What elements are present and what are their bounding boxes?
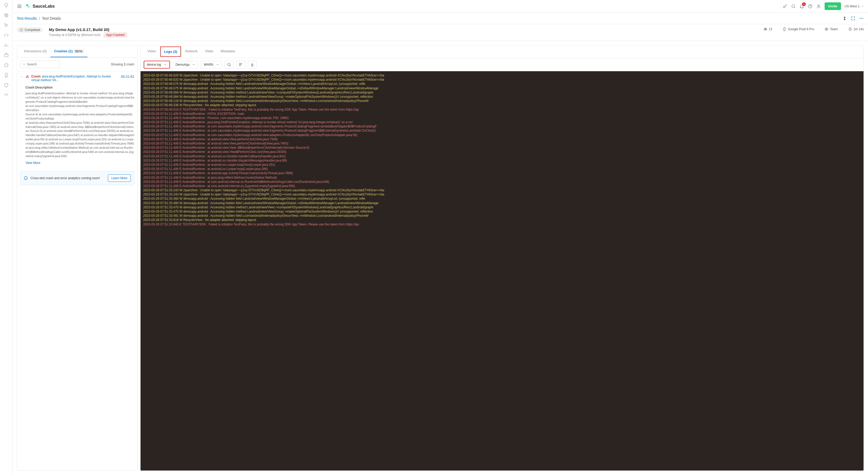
- app-crashed-tag: App Crashed: [103, 32, 127, 38]
- log-output[interactable]: 2023-03-28 07:50:48.820 W ziparchive : U…: [141, 71, 864, 471]
- key-icon[interactable]: [783, 4, 787, 9]
- svg-point-5: [6, 76, 6, 77]
- crash-title[interactable]: Crash: java.lang.NullPointerException: A…: [31, 74, 119, 82]
- app-meta: Tuesday at 4:50PM by @kristof.muhi App C…: [49, 32, 127, 38]
- sidebar-copy-icon[interactable]: [4, 12, 9, 18]
- log-download-button[interactable]: [248, 61, 257, 69]
- brand-name: SauceLabs: [33, 4, 55, 9]
- search-icon[interactable]: [791, 4, 796, 9]
- tab-metadata[interactable]: Metadata: [217, 45, 239, 58]
- fullscreen-icon[interactable]: [851, 16, 856, 21]
- logo[interactable]: SauceLabs: [25, 3, 55, 9]
- sidebar-gauge-icon[interactable]: [4, 63, 9, 68]
- right-tabs: Video Logs (3) Network Vitals Metadata: [141, 45, 864, 58]
- breadcrumb: Test Results / Test Details: [17, 16, 61, 21]
- more-icon[interactable]: [859, 16, 864, 21]
- region-label: US West 1: [845, 4, 860, 8]
- duration: 1m 14s: [848, 27, 864, 31]
- svg-point-19: [23, 64, 25, 65]
- crash-search-input[interactable]: [20, 61, 60, 68]
- test-summary: Completed My Demo App (v1.0.17, Build 20…: [12, 24, 868, 41]
- svg-point-17: [826, 29, 827, 30]
- tab-vitals[interactable]: Vitals: [201, 45, 217, 58]
- tab-video[interactable]: Video: [144, 45, 160, 58]
- sidebar: [0, 0, 12, 475]
- app-title: My Demo App (v1.0.17, Build 20): [49, 27, 127, 32]
- sidebar-cursor-icon[interactable]: [4, 23, 9, 28]
- help-icon[interactable]: [808, 4, 812, 9]
- tab-network[interactable]: Network: [182, 45, 202, 58]
- notifications-icon[interactable]: 1: [800, 4, 804, 9]
- tab-crashes[interactable]: Crashes (1)BETA: [51, 45, 88, 57]
- log-search-button[interactable]: [225, 61, 234, 69]
- user-icon[interactable]: [816, 4, 821, 9]
- sidebar-briefcase-icon[interactable]: [4, 53, 9, 58]
- team-visibility: Team: [825, 27, 838, 31]
- svg-point-10: [860, 18, 860, 19]
- status-pill: Completed: [17, 27, 42, 33]
- left-panel: Interactions (0) Crashes (1)BETA Showing…: [17, 45, 138, 471]
- svg-point-14: [764, 28, 765, 29]
- svg-rect-16: [784, 28, 785, 31]
- tab-logs[interactable]: Logs (3): [160, 46, 181, 57]
- crash-timestamp[interactable]: 00:22.62: [121, 74, 134, 78]
- svg-point-13: [20, 29, 23, 32]
- region-selector[interactable]: US West 1: [845, 4, 864, 8]
- sidebar-lightbulb-icon[interactable]: [4, 3, 9, 8]
- svg-point-21: [227, 63, 230, 66]
- sidebar-phone-icon[interactable]: [4, 72, 9, 78]
- log-app-select[interactable]: DemoApp: [173, 61, 198, 68]
- svg-point-11: [861, 18, 862, 19]
- sidebar-chart-icon[interactable]: [4, 42, 9, 48]
- collapse-icon[interactable]: [20, 75, 23, 78]
- log-wrap-button[interactable]: [236, 61, 245, 69]
- logo-mark-icon: [25, 3, 31, 9]
- crash-stacktrace: java.lang.NullPointerException: Attempt …: [26, 91, 134, 158]
- notification-badge: 1: [802, 2, 806, 6]
- view-more-link[interactable]: View More: [26, 161, 40, 165]
- log-level-select[interactable]: WARN: [201, 61, 222, 68]
- warning-icon: [26, 74, 29, 78]
- hamburger-icon[interactable]: [17, 4, 22, 9]
- breadcrumb-current: Test Details: [42, 16, 61, 21]
- participants-count: 13: [764, 27, 772, 31]
- showing-count: Showing 1 crash: [111, 63, 134, 66]
- info-banner: Cross-test crash and error analytics com…: [20, 171, 134, 185]
- learn-more-button[interactable]: Learn More: [108, 175, 131, 182]
- svg-rect-0: [5, 14, 8, 17]
- svg-point-15: [766, 28, 767, 29]
- log-controls: device.log DemoApp WARN: [141, 58, 864, 71]
- breadcrumb-row: Test Results / Test Details: [12, 12, 868, 24]
- svg-point-9: [818, 5, 819, 6]
- invite-button[interactable]: Invite: [825, 2, 841, 10]
- search-field[interactable]: [27, 63, 58, 66]
- sidebar-speedometer-icon[interactable]: [4, 93, 9, 98]
- status-text: Completed: [25, 28, 40, 32]
- crash-item: Crash: java.lang.NullPointerException: A…: [17, 71, 137, 168]
- left-tabs: Interactions (0) Crashes (1)BETA: [17, 45, 137, 58]
- jira-icon[interactable]: [842, 16, 847, 21]
- app-meta-text: Tuesday at 4:50PM by @kristof.muhi: [49, 33, 100, 37]
- svg-rect-1: [5, 14, 7, 16]
- svg-point-7: [792, 5, 795, 8]
- crash-desc-title: Crash Description: [26, 86, 134, 89]
- svg-rect-2: [4, 54, 8, 57]
- right-panel: Video Logs (3) Network Vitals Metadata d…: [140, 45, 864, 471]
- svg-point-12: [863, 18, 863, 19]
- banner-text: Cross-test crash and error analytics com…: [30, 176, 105, 180]
- topbar: SauceLabs 1 Invite US West 1: [12, 0, 868, 12]
- tab-interactions[interactable]: Interactions (0): [20, 45, 51, 57]
- beta-tag: BETA: [74, 50, 84, 53]
- sidebar-shield-icon[interactable]: [4, 83, 9, 88]
- breadcrumb-separator: /: [39, 16, 40, 21]
- info-icon: [24, 176, 28, 180]
- svg-point-6: [783, 6, 785, 8]
- sidebar-code-icon[interactable]: [4, 33, 9, 38]
- device-name: Google Pixel 6 Pro: [783, 27, 814, 31]
- breadcrumb-parent[interactable]: Test Results: [17, 16, 37, 21]
- log-file-select[interactable]: device.log: [144, 61, 170, 69]
